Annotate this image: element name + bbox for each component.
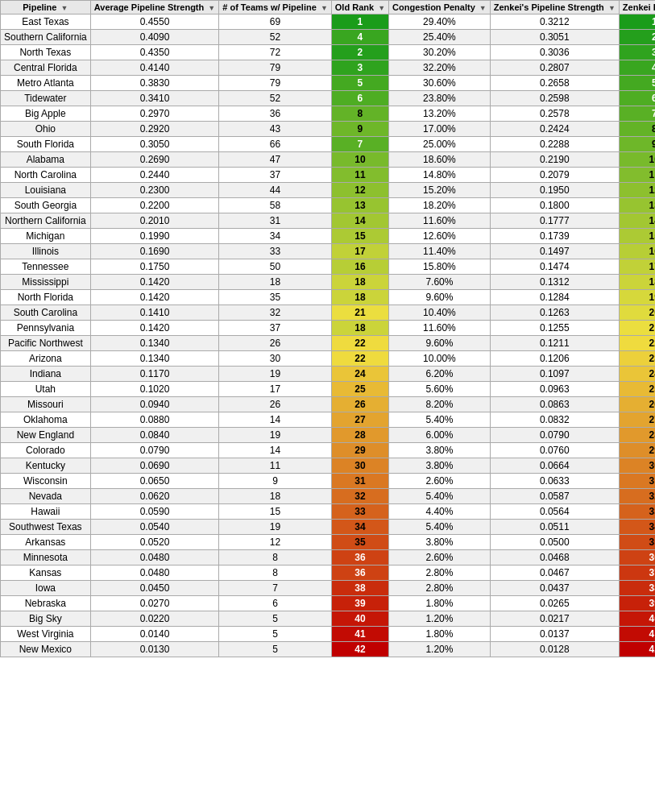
zenkei-rank-cell: 6 — [619, 91, 655, 106]
avg-strength-cell: 0.0650 — [90, 474, 219, 489]
zenkei-rank-cell: 14 — [619, 213, 655, 229]
col-congestion[interactable]: Congestion Penalty ▼ — [389, 1, 491, 14]
avg-strength-cell: 0.4350 — [90, 45, 219, 60]
table-row: Ohio0.292043917.00%0.24248 — [1, 122, 656, 137]
col-zenkei-strength[interactable]: Zenkei's Pipeline Strength ▼ — [490, 1, 619, 14]
zenkei-strength-cell: 0.1206 — [490, 351, 619, 367]
table-row: Iowa0.04507382.80%0.043738 — [1, 581, 656, 596]
avg-strength-cell: 0.3410 — [90, 91, 219, 106]
zenkei-strength-cell: 0.0832 — [490, 412, 619, 428]
num-teams-cell: 19 — [219, 428, 332, 443]
congestion-cell: 7.60% — [389, 275, 491, 290]
avg-strength-cell: 0.1340 — [90, 351, 219, 367]
avg-strength-cell: 0.2970 — [90, 106, 219, 122]
num-teams-cell: 8 — [219, 566, 332, 581]
zenkei-strength-cell: 0.1312 — [490, 275, 619, 290]
zenkei-strength-cell: 0.3036 — [490, 45, 619, 60]
table-row: South Florida0.305066725.00%0.22889 — [1, 137, 656, 152]
old-rank-cell: 32 — [331, 489, 388, 504]
sort-icon-pipeline[interactable]: ▼ — [61, 4, 68, 12]
pipeline-name-cell: New England — [1, 428, 91, 443]
congestion-cell: 1.20% — [389, 611, 491, 627]
col-pipeline[interactable]: Pipeline ▼ — [1, 1, 91, 14]
table-row: Central Florida0.414079332.20%0.28074 — [1, 60, 656, 76]
zenkei-strength-cell: 0.1211 — [490, 336, 619, 351]
table-body: East Texas0.455069129.40%0.32121Southern… — [1, 14, 656, 657]
congestion-cell: 30.60% — [389, 76, 491, 91]
zenkei-rank-cell: 15 — [619, 229, 655, 244]
sort-icon-avg[interactable]: ▼ — [208, 4, 215, 12]
congestion-cell: 25.40% — [389, 30, 491, 45]
congestion-cell: 3.80% — [389, 458, 491, 474]
num-teams-cell: 33 — [219, 244, 332, 259]
pipeline-name-cell: Minnesota — [1, 550, 91, 566]
zenkei-strength-cell: 0.2598 — [490, 91, 619, 106]
avg-strength-cell: 0.4090 — [90, 30, 219, 45]
pipeline-name-cell: Southwest Texas — [1, 520, 91, 535]
zenkei-rank-cell: 38 — [619, 581, 655, 596]
avg-strength-cell: 0.0940 — [90, 397, 219, 412]
col-old-rank[interactable]: Old Rank ▼ — [331, 1, 388, 14]
old-rank-cell: 26 — [331, 397, 388, 412]
avg-strength-cell: 0.0620 — [90, 489, 219, 504]
avg-strength-cell: 0.0130 — [90, 642, 219, 657]
pipeline-name-cell: Tidewater — [1, 91, 91, 106]
zenkei-strength-cell: 0.0760 — [490, 443, 619, 458]
congestion-cell: 29.40% — [389, 14, 491, 30]
zenkei-rank-cell: 32 — [619, 489, 655, 504]
col-zenkei-rank[interactable]: Zenkei Rank ▼ — [619, 1, 655, 14]
avg-strength-cell: 0.1750 — [90, 259, 219, 275]
num-teams-cell: 37 — [219, 168, 332, 183]
old-rank-cell: 13 — [331, 198, 388, 213]
old-rank-cell: 29 — [331, 443, 388, 458]
pipeline-name-cell: North Florida — [1, 290, 91, 305]
old-rank-cell: 18 — [331, 275, 388, 290]
congestion-cell: 14.80% — [389, 168, 491, 183]
old-rank-cell: 3 — [331, 60, 388, 76]
sort-icon-cong[interactable]: ▼ — [479, 4, 487, 12]
sort-icon-old[interactable]: ▼ — [378, 4, 385, 12]
old-rank-cell: 6 — [331, 91, 388, 106]
congestion-cell: 2.80% — [389, 581, 491, 596]
num-teams-cell: 19 — [219, 367, 332, 382]
zenkei-rank-cell: 4 — [619, 60, 655, 76]
congestion-cell: 12.60% — [389, 229, 491, 244]
pipeline-name-cell: South Georgia — [1, 198, 91, 213]
table-row: Tidewater0.341052623.80%0.25986 — [1, 91, 656, 106]
table-row: Indiana0.117019246.20%0.109724 — [1, 367, 656, 382]
num-teams-cell: 26 — [219, 397, 332, 412]
num-teams-cell: 43 — [219, 122, 332, 137]
num-teams-cell: 44 — [219, 183, 332, 198]
col-zenkei-strength-label: Zenkei's Pipeline Strength — [494, 2, 604, 12]
sort-icon-teams[interactable]: ▼ — [321, 4, 328, 12]
zenkei-rank-cell: 28 — [619, 428, 655, 443]
old-rank-cell: 7 — [331, 137, 388, 152]
zenkei-rank-cell: 12 — [619, 183, 655, 198]
congestion-cell: 9.60% — [389, 336, 491, 351]
num-teams-cell: 9 — [219, 474, 332, 489]
congestion-cell: 18.20% — [389, 198, 491, 213]
table-row: North Florida0.142035189.60%0.128419 — [1, 290, 656, 305]
zenkei-rank-cell: 42 — [619, 642, 655, 657]
table-row: Pacific Northwest0.134026229.60%0.121122 — [1, 336, 656, 351]
pipeline-name-cell: Oklahoma — [1, 412, 91, 428]
pipeline-name-cell: Northern California — [1, 213, 91, 229]
sort-icon-zstr[interactable]: ▼ — [608, 4, 616, 12]
table-row: Alabama0.2690471018.60%0.219010 — [1, 152, 656, 168]
zenkei-strength-cell: 0.0664 — [490, 458, 619, 474]
col-avg-strength[interactable]: Average Pipeline Strength ▼ — [90, 1, 219, 14]
old-rank-cell: 42 — [331, 642, 388, 657]
col-num-teams[interactable]: # of Teams w/ Pipeline ▼ — [219, 1, 332, 14]
avg-strength-cell: 0.0540 — [90, 520, 219, 535]
zenkei-strength-cell: 0.1097 — [490, 367, 619, 382]
pipeline-name-cell: Utah — [1, 382, 91, 397]
avg-strength-cell: 0.1690 — [90, 244, 219, 259]
num-teams-cell: 72 — [219, 45, 332, 60]
num-teams-cell: 17 — [219, 382, 332, 397]
num-teams-cell: 15 — [219, 504, 332, 520]
congestion-cell: 6.20% — [389, 367, 491, 382]
zenkei-strength-cell: 0.0467 — [490, 566, 619, 581]
congestion-cell: 2.80% — [389, 566, 491, 581]
zenkei-strength-cell: 0.0128 — [490, 642, 619, 657]
num-teams-cell: 26 — [219, 336, 332, 351]
